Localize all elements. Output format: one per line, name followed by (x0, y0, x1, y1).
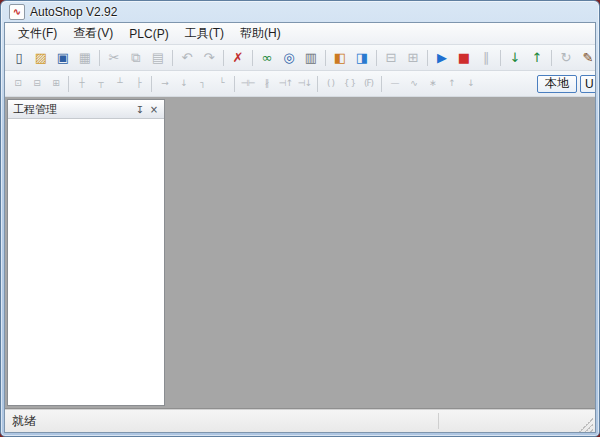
toolbar-separator (223, 50, 224, 66)
project-panel-header: 工程管理 ↧ × (8, 100, 164, 119)
monitor-on-button[interactable]: ⊞ (402, 48, 424, 68)
menu-item[interactable]: 工具(T) (177, 22, 232, 45)
coil-set-button[interactable]: { } (340, 74, 359, 93)
toolbar-separator (325, 50, 326, 66)
window-cascade-button[interactable]: ◧ (329, 48, 351, 68)
usb-mode-button[interactable]: U (580, 75, 595, 93)
view-off-button[interactable]: ⊟ (27, 74, 46, 93)
status-text: 就绪 (12, 413, 438, 430)
star-button[interactable]: ∗ (423, 74, 442, 93)
toolbar-separator (99, 50, 100, 66)
download-to-plc-button[interactable]: ↓ (504, 48, 526, 68)
zoom-button[interactable]: ◎ (278, 48, 300, 68)
status-bar: 就绪 (5, 409, 595, 432)
toolbar-1-icons: ▯▨▣▦✂⧉▤↶↷✗∞◎▥◧◨⊟⊞▶■∥↓↑↻✎◫ (8, 48, 595, 68)
upload-from-plc-button[interactable]: ↑ (526, 48, 548, 68)
workspace: 工程管理 ↧ × (5, 97, 595, 409)
toolbar-separator (427, 50, 428, 66)
app-logo-icon: ∿ (9, 4, 25, 20)
invert-button[interactable]: ∿ (404, 74, 423, 93)
toolbar-row-1: ▯▨▣▦✂⧉▤↶↷✗∞◎▥◧◨⊟⊞▶■∥↓↑↻✎◫ (5, 45, 595, 71)
toolbar-2-icons: ⊡⊟⊞┼┬┴├→↓┐└⊣⊢∦⊣↑⊣↓( ){ }(F)—∿∗↑↓ (8, 74, 480, 93)
insert-row-button[interactable]: ┬ (91, 74, 110, 93)
undo-button[interactable]: ↶ (176, 48, 198, 68)
local-mode-button[interactable]: 本地 (537, 75, 577, 93)
close-icon[interactable]: × (147, 102, 161, 116)
project-panel-title: 工程管理 (13, 102, 133, 117)
app-window: ∿ AutoShop V2.92 文件(F)查看(V)PLC(P)工具(T)帮助… (0, 0, 600, 437)
view-on-button[interactable]: ⊞ (46, 74, 65, 93)
menu-item[interactable]: 文件(F) (10, 22, 65, 45)
move-up-button[interactable]: ↑ (442, 74, 461, 93)
toolbar-separator (381, 76, 382, 92)
toolbar-row-2: ⊡⊟⊞┼┬┴├→↓┐└⊣⊢∦⊣↑⊣↓( ){ }(F)—∿∗↑↓ 本地 U (5, 71, 595, 97)
status-separator (438, 413, 439, 429)
coil-button[interactable]: ( ) (321, 74, 340, 93)
pin-icon[interactable]: ↧ (133, 102, 147, 116)
copy-button[interactable]: ⧉ (125, 48, 147, 68)
run-button[interactable]: ▶ (431, 48, 453, 68)
toolbar-separator (172, 50, 173, 66)
contact-rising-button[interactable]: ⊣↑ (276, 74, 295, 93)
contact-falling-button[interactable]: ⊣↓ (295, 74, 314, 93)
move-down-button[interactable]: ↓ (461, 74, 480, 93)
resize-grip[interactable] (579, 418, 593, 432)
insert-col-button[interactable]: ├ (129, 74, 148, 93)
cut-button[interactable]: ✂ (103, 48, 125, 68)
menu-item[interactable]: PLC(P) (121, 24, 176, 44)
delete-button[interactable]: ✗ (227, 48, 249, 68)
new-file-button[interactable]: ▯ (8, 48, 30, 68)
wire-corner-b-button[interactable]: └ (212, 74, 231, 93)
redo-button[interactable]: ↷ (198, 48, 220, 68)
find-button[interactable]: ∞ (256, 48, 278, 68)
refresh-button[interactable]: ↻ (555, 48, 577, 68)
contact-open-button[interactable]: ⊣⊢ (238, 74, 257, 93)
toolbar-separator (500, 50, 501, 66)
toolbar-separator (551, 50, 552, 66)
select-tool-button[interactable]: ⊡ (8, 74, 27, 93)
menu-bar: 文件(F)查看(V)PLC(P)工具(T)帮助(H) (5, 23, 595, 45)
pause-button[interactable]: ∥ (475, 48, 497, 68)
window-title: AutoShop V2.92 (30, 5, 117, 19)
title-bar[interactable]: ∿ AutoShop V2.92 (4, 1, 596, 22)
toolbar-separator (317, 76, 318, 92)
toolbar-separator (234, 76, 235, 92)
toolbar-separator (68, 76, 69, 92)
paste-button[interactable]: ▤ (147, 48, 169, 68)
menu-item[interactable]: 帮助(H) (232, 22, 289, 45)
app-frame: 文件(F)查看(V)PLC(P)工具(T)帮助(H) ▯▨▣▦✂⧉▤↶↷✗∞◎▥… (4, 22, 596, 433)
window-tile-button[interactable]: ◨ (351, 48, 373, 68)
save-all-button[interactable]: ▦ (74, 48, 96, 68)
function-block-button[interactable]: (F) (359, 74, 378, 93)
open-folder-button[interactable]: ▨ (30, 48, 52, 68)
wire-corner-a-button[interactable]: ┐ (193, 74, 212, 93)
menu-item[interactable]: 查看(V) (65, 22, 121, 45)
print-button[interactable]: ▥ (300, 48, 322, 68)
toolbar-separator (376, 50, 377, 66)
project-manager-panel: 工程管理 ↧ × (7, 99, 165, 406)
delete-row-button[interactable]: ┴ (110, 74, 129, 93)
stop-button[interactable]: ■ (453, 48, 475, 68)
project-tree-area (8, 119, 164, 405)
wire-right-button[interactable]: → (155, 74, 174, 93)
contact-closed-button[interactable]: ∦ (257, 74, 276, 93)
monitor-off-button[interactable]: ⊟ (380, 48, 402, 68)
toolbar-separator (151, 76, 152, 92)
insert-cell-button[interactable]: ┼ (72, 74, 91, 93)
toolbar-separator (252, 50, 253, 66)
save-button[interactable]: ▣ (52, 48, 74, 68)
h-line-button[interactable]: — (385, 74, 404, 93)
edit-button[interactable]: ✎ (577, 48, 595, 68)
wire-down-button[interactable]: ↓ (174, 74, 193, 93)
